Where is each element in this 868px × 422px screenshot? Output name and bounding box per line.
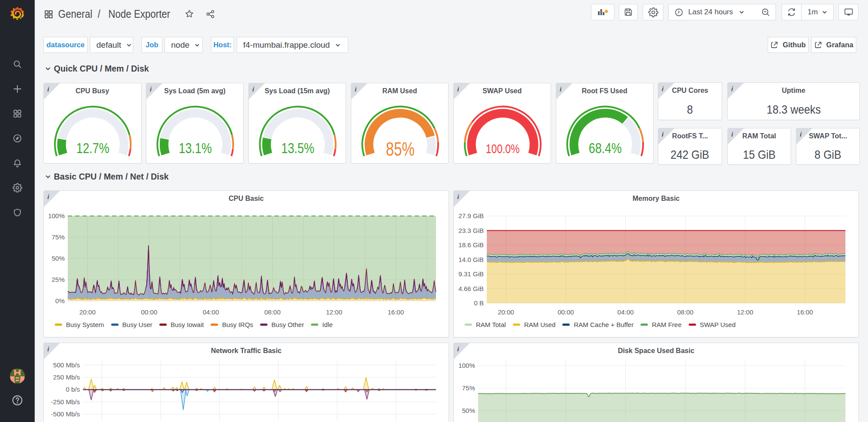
svg-text:13.5%: 13.5% — [281, 140, 314, 156]
svg-text:20:00: 20:00 — [498, 308, 514, 316]
svg-text:100%: 100% — [48, 212, 65, 219]
svg-text:04:00: 04:00 — [203, 308, 219, 316]
svg-text:75%: 75% — [462, 384, 475, 392]
svg-text:12:00: 12:00 — [326, 308, 343, 316]
svg-text:75%: 75% — [52, 233, 65, 241]
svg-text:68.4%: 68.4% — [588, 140, 621, 156]
svg-text:250 Mb/s: 250 Mb/s — [53, 373, 80, 381]
svg-text:12.7%: 12.7% — [76, 140, 109, 156]
svg-text:4.66 GiB: 4.66 GiB — [459, 285, 484, 292]
svg-text:16:00: 16:00 — [797, 308, 813, 316]
svg-text:-250 Mb/s: -250 Mb/s — [51, 398, 80, 406]
svg-text:0 b/s: 0 b/s — [66, 386, 80, 393]
svg-text:9.31 GiB: 9.31 GiB — [459, 270, 484, 278]
svg-text:08:00: 08:00 — [677, 308, 694, 316]
svg-text:00:00: 00:00 — [558, 308, 574, 316]
svg-text:50%: 50% — [462, 407, 475, 414]
svg-text:23.3 GiB: 23.3 GiB — [459, 227, 484, 234]
svg-text:25%: 25% — [52, 276, 65, 283]
svg-text:0%: 0% — [55, 297, 65, 304]
svg-text:16:00: 16:00 — [388, 308, 404, 316]
svg-text:-500 Mb/s: -500 Mb/s — [51, 410, 80, 418]
svg-text:08:00: 08:00 — [264, 308, 281, 316]
svg-text:04:00: 04:00 — [617, 308, 634, 316]
svg-text:0 B: 0 B — [474, 299, 484, 307]
svg-text:18.6 GiB: 18.6 GiB — [459, 241, 484, 249]
svg-text:50%: 50% — [52, 255, 65, 262]
svg-text:27.9 GiB: 27.9 GiB — [459, 212, 484, 219]
svg-text:14.0 GiB: 14.0 GiB — [459, 256, 484, 263]
svg-text:100%: 100% — [459, 362, 475, 369]
svg-text:100.0%: 100.0% — [485, 141, 519, 156]
svg-text:12:00: 12:00 — [737, 308, 753, 316]
svg-text:00:00: 00:00 — [141, 308, 158, 316]
svg-text:85%: 85% — [386, 138, 414, 160]
svg-text:20:00: 20:00 — [79, 308, 96, 316]
svg-text:500 Mb/s: 500 Mb/s — [53, 361, 80, 369]
svg-text:13.1%: 13.1% — [179, 140, 212, 156]
